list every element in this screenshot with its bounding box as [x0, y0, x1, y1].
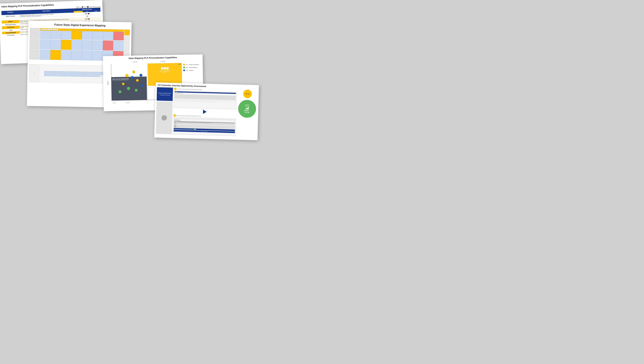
expert-item: Expert: [87, 6, 92, 8]
bestinclass-icon: ✦: [92, 6, 94, 8]
friction-box: Friction identified within Customer Jour…: [156, 87, 173, 101]
bar1: [246, 108, 246, 109]
legend-co-label: CO – Content: [186, 70, 194, 71]
diag-row2: [30, 39, 130, 51]
bubble-me2: [118, 90, 121, 93]
opportunity-container: Potential Opportunity $750K – $1.2M: [237, 100, 257, 118]
expert-label: Expert: [89, 6, 92, 8]
step1-container: 1 Customer receives personalised cart ab…: [174, 88, 237, 109]
diag-row1: ▐: [30, 28, 130, 40]
cx-left: Friction identified within Customer Jour…: [156, 87, 173, 134]
diag-grid2: [40, 39, 124, 50]
col-category: Category: [2, 10, 20, 15]
bar2: [247, 108, 248, 109]
profile-placeholder: [156, 101, 173, 134]
cart-img2: [174, 125, 176, 127]
opp-amount: $750K –: [244, 110, 250, 112]
aware-label: Aware: [78, 6, 82, 8]
legend-me-dot: [183, 66, 185, 68]
opportunity-circle: Potential Opportunity $750K – $1.2M: [238, 100, 256, 118]
profile-avatar: [162, 115, 167, 120]
diag-left1: ▐: [30, 28, 40, 39]
legend-co-dot: [183, 70, 185, 71]
cart-screen: Shopping Cart: [173, 117, 236, 136]
opp-icon: [246, 107, 248, 109]
friction-text: Friction identified within Customer Jour…: [158, 92, 172, 96]
cx-arrow: [203, 110, 207, 114]
metric1: 10R / 10L 3Low / 4 High: [243, 90, 252, 98]
diag-right1: [124, 30, 130, 40]
impact-label: IMPACT: [108, 81, 108, 85]
step2-content: 2 Customer receives personalised cart ab…: [173, 114, 236, 136]
legend-me-label: ME – Merchandising: [186, 66, 197, 68]
diag-left2: [30, 39, 40, 49]
months-1-6-label: 1-6 Months: [132, 62, 138, 63]
metric-circles: 10R / 10L 3Low / 4 High: [238, 90, 257, 98]
cx-right: 10R / 10L 3Low / 4 High Potential Opport…: [236, 90, 257, 136]
bubble-co2: [140, 74, 142, 76]
axis-bottom-label: LOW (10): [126, 102, 130, 103]
opportunity-label: Opportunity: [244, 105, 250, 106]
bestinclass-item: ✦ Best-in-Class: [92, 6, 100, 8]
metric1-sub: 3Low / 4 High: [245, 94, 250, 95]
skilled-label: Skilled: [84, 6, 87, 8]
luma-screen: LUMA READY WHEN YOU ARE.: [174, 90, 236, 109]
months-6plus-label: 6+ Months: [160, 61, 166, 62]
bestinclass-label: Best-in-Class: [94, 6, 100, 7]
diag-right2: [124, 41, 130, 51]
legend-co: CO – Content: [183, 69, 201, 71]
diag-bottom-left: ▐▐: [29, 64, 39, 82]
cart-img1: [174, 121, 176, 124]
legend-pv-dot: [183, 64, 185, 66]
step2-container: 2 Customer receives personalised cart ab…: [173, 114, 236, 136]
legend-pv: PV – Product Variations: [183, 64, 201, 66]
aware-item: Aware: [76, 6, 82, 8]
arrow-container: [174, 108, 236, 115]
diag-grid1: [40, 30, 124, 40]
bubble-pv3: [122, 83, 124, 85]
bubble-pv4: [136, 79, 139, 82]
cx-middle: 1 Customer receives personalised cart ab…: [173, 88, 237, 136]
bubble-pv2: [132, 70, 135, 73]
row-cat-ecom: E-Commerce: [2, 34, 20, 36]
bar3: [248, 107, 248, 109]
autopop-label: Autopopulating promo code has been shown…: [174, 128, 193, 130]
slide4-content: Friction identified within Customer Jour…: [154, 87, 259, 138]
bubble-co3: [141, 84, 144, 87]
percent-badge: +14%: [194, 129, 196, 130]
skilled-icon: [82, 6, 83, 8]
diag-left3: [30, 50, 39, 60]
aware-icon: [76, 6, 78, 8]
diag-main1: [40, 28, 124, 40]
step1-num: 1: [174, 88, 176, 90]
slide-cx: CX Customer Journey Opportunity Assessme…: [154, 82, 259, 140]
legend-pv-label: PV – Product Variations: [186, 64, 199, 65]
expert-icon: [87, 6, 88, 8]
axis-low: LOW (1): [112, 102, 116, 103]
legend-me: ME – Merchandising: [183, 66, 201, 68]
step1-content: 1 Customer receives personalised cart ab…: [174, 88, 237, 109]
step2-num: 2: [173, 114, 176, 117]
opp-amount2: $1.2M: [245, 112, 249, 114]
skilled-item: Skilled: [82, 6, 87, 8]
luma-logo: LUMA: [175, 91, 178, 92]
